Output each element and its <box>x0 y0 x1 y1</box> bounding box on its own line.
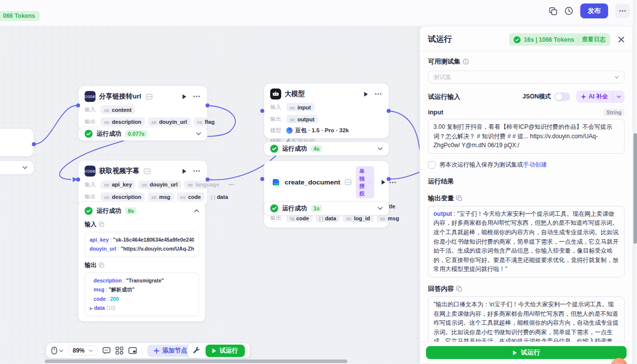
history-icon[interactable] <box>564 6 573 15</box>
node-llm[interactable]: 大模型 输入 str.input 输出 str.output 模型 豆包 · 1… <box>264 83 389 139</box>
doubao-model-icon <box>286 127 293 134</box>
test-run-button[interactable]: 试运行 <box>206 345 245 357</box>
subtitle-result-card: 运行成功 8s 输入 api_key : "sk-16c464e180634e4… <box>78 201 206 322</box>
auth-badge[interactable]: 单独授权 <box>356 166 374 198</box>
horizontal-scrollbar[interactable] <box>45 360 347 363</box>
port-subtitle-in[interactable] <box>76 178 80 182</box>
port-share-out[interactable] <box>206 103 210 107</box>
top-bar <box>0 0 637 26</box>
copy-icon[interactable] <box>99 263 105 268</box>
start-node-status[interactable] <box>0 161 34 175</box>
duration-badge: 1s <box>311 205 322 212</box>
node-tag-icon <box>146 94 152 99</box>
node-more-icon[interactable] <box>374 90 383 98</box>
run-result-pill: 16s | 1066 Tokens 查看日志 <box>509 33 610 46</box>
param-pill: str.douyin_url <box>148 117 191 126</box>
port-llm-out[interactable] <box>387 109 391 113</box>
expand-caret-icon[interactable]: ▶ <box>90 306 93 311</box>
chevron-down-icon[interactable] <box>196 132 201 135</box>
duration-badge: 4s <box>311 145 322 152</box>
port-doc-out[interactable] <box>387 177 391 181</box>
page-scrollbar-thumb[interactable] <box>634 133 637 244</box>
success-check-icon <box>85 207 93 215</box>
edge-llm-out <box>389 111 421 161</box>
param-pill: int.flag <box>194 117 218 126</box>
publish-button[interactable]: 发布 <box>580 3 608 18</box>
comment-icon[interactable] <box>103 347 110 355</box>
node-more-icon[interactable] <box>192 167 201 176</box>
ai-complete-menu-button[interactable] <box>613 91 625 103</box>
port-start-out[interactable] <box>32 142 36 146</box>
minimap-icon[interactable] <box>128 347 137 354</box>
output-variable-box: output : "宝子们！今天给大家安利一个提示词工具。现在网上卖课做内容，好… <box>428 206 625 277</box>
view-log-link[interactable]: 查看日志 <box>582 35 606 44</box>
param-pill: str.description <box>101 117 145 126</box>
node-run-icon[interactable] <box>381 178 386 187</box>
testset-select[interactable]: 测试集 <box>428 71 625 84</box>
ai-complete-button[interactable]: AI 补全 <box>576 91 613 103</box>
chevron-down-icon[interactable] <box>378 147 383 150</box>
copy-icon[interactable] <box>456 286 462 292</box>
json-mode-toggle[interactable] <box>554 92 570 101</box>
code-node-icon: CODE <box>85 166 96 177</box>
test-run-panel: 试运行 16s | 1066 Tokens 查看日志 可用测试集 测试集 试运行… <box>420 26 633 364</box>
info-icon[interactable] <box>463 59 469 65</box>
result-output-box: description : "Transmigrate" msg : "解析成功… <box>85 273 199 316</box>
panel-test-run-button[interactable]: 试运行 <box>426 346 627 359</box>
node-create-document[interactable]: create_document 单独授权 输入 str.content str.… <box>264 161 389 228</box>
more-params-icon[interactable]: ⋯ <box>226 180 237 189</box>
auto-layout-icon[interactable] <box>115 347 123 355</box>
port-llm-in[interactable] <box>260 109 264 113</box>
success-check-icon <box>514 36 521 43</box>
success-check-icon <box>270 204 278 212</box>
mouse-icon <box>51 347 57 355</box>
plus-icon <box>154 348 159 354</box>
sparkle-icon <box>581 94 586 99</box>
chevron-down-icon <box>89 350 93 352</box>
node-run-icon[interactable] <box>180 92 189 101</box>
port-subtitle-out[interactable] <box>206 178 210 182</box>
chevron-down-icon[interactable] <box>378 207 383 210</box>
node-run-icon[interactable] <box>180 167 189 176</box>
save-testset-checkbox[interactable] <box>428 161 435 169</box>
input-type-badge: String <box>604 109 625 116</box>
panel-title: 试运行 <box>428 34 504 45</box>
input-field[interactable]: 3.00 复制打开抖音，看看【柿哥ICP@知识付费的作品】不会写提示词？怎么解决… <box>428 119 625 154</box>
node-get-subtitle[interactable]: CODE 获取视频字幕 输入 str.api_key str.douyin_ur… <box>78 160 208 206</box>
close-icon[interactable] <box>618 36 625 43</box>
llm-node-icon <box>270 89 281 99</box>
add-node-button[interactable]: 添加节点 <box>147 345 194 357</box>
copy-icon[interactable] <box>99 222 105 227</box>
chevron-up-icon[interactable] <box>194 209 199 212</box>
zoom-level-select[interactable]: 89% <box>68 346 98 356</box>
llm-status-bar[interactable]: 运行成功 4s <box>264 142 389 156</box>
param-pill: int.code <box>177 192 204 201</box>
chevron-down-icon <box>617 95 621 98</box>
topbar-more-button[interactable] <box>615 4 630 18</box>
testset-placeholder: 测试集 <box>433 73 615 82</box>
wrench-icon[interactable] <box>193 347 201 355</box>
param-pill: str.input <box>286 103 315 111</box>
param-pill: str.content <box>101 105 135 114</box>
chevron-down-icon <box>59 350 63 352</box>
node-title: 大模型 <box>285 90 305 98</box>
port-doc-in[interactable] <box>260 177 264 181</box>
node-share-link[interactable]: CODE 分享链接转url 输入 str.content 输出 str.desc… <box>78 86 208 131</box>
copy-icon[interactable] <box>456 195 462 201</box>
node-title: 分享链接转url <box>99 92 141 101</box>
param-pill: str.douyin_url <box>138 181 181 189</box>
duration-badge: 8s <box>125 207 136 214</box>
manual-create-link[interactable]: 手动创建 <box>523 161 547 168</box>
chevron-down-icon <box>615 76 619 79</box>
duration-badge: 0.077s <box>125 130 147 137</box>
node-run-icon[interactable] <box>361 90 370 98</box>
node-more-icon[interactable] <box>192 92 201 101</box>
success-check-icon <box>85 130 93 138</box>
start-node-partial[interactable] <box>0 128 34 157</box>
pointer-mode-button[interactable] <box>51 347 63 355</box>
port-share-in[interactable] <box>76 103 80 107</box>
duplicate-icon[interactable] <box>549 7 557 15</box>
doc-status-bar[interactable]: 运行成功 1s <box>264 201 389 215</box>
chevron-down-icon[interactable] <box>22 166 27 169</box>
share-status-bar[interactable]: 运行成功 0.077s <box>78 127 208 141</box>
